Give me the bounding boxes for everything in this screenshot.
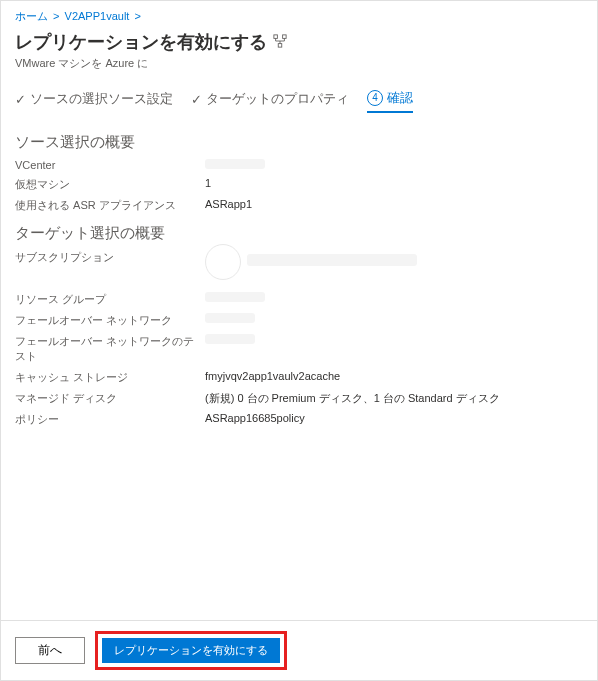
label-rg: リソース グループ xyxy=(15,292,205,307)
previous-button[interactable]: 前へ xyxy=(15,637,85,664)
breadcrumb: ホーム > V2APP1vault > xyxy=(1,1,597,28)
page-title-row: レプリケーションを有効にする xyxy=(1,28,597,56)
row-rg: リソース グループ xyxy=(1,289,597,310)
check-icon: ✓ xyxy=(15,92,26,107)
redacted-value xyxy=(205,334,255,344)
footer-bar: 前へ レプリケーションを有効にする xyxy=(1,620,597,680)
value-failover-net-test xyxy=(205,334,255,364)
value-appliance: ASRapp1 xyxy=(205,198,252,213)
value-subscription xyxy=(205,250,417,286)
value-managed-disk: (新規) 0 台の Premium ディスク、1 台の Standard ディス… xyxy=(205,391,500,406)
row-failover-net: フェールオーバー ネットワーク xyxy=(1,310,597,331)
label-failover-net: フェールオーバー ネットワーク xyxy=(15,313,205,328)
value-failover-net xyxy=(205,313,255,328)
network-icon xyxy=(273,34,287,51)
row-policy: ポリシー ASRapp16685policy xyxy=(1,409,597,430)
step-label: ソースの選択 xyxy=(30,90,108,108)
svg-rect-1 xyxy=(283,34,287,38)
source-summary-heading: ソース選択の概要 xyxy=(1,125,597,156)
step-target-props[interactable]: ✓ ターゲットのプロパティ xyxy=(191,89,349,113)
label-policy: ポリシー xyxy=(15,412,205,427)
row-managed-disk: マネージド ディスク (新規) 0 台の Premium ディスク、1 台の S… xyxy=(1,388,597,409)
row-failover-net-test: フェールオーバー ネットワークのテスト xyxy=(1,331,597,367)
step-number: 4 xyxy=(367,90,383,106)
step-source-settings[interactable]: ソース設定 xyxy=(108,89,173,113)
svg-rect-2 xyxy=(278,43,282,47)
label-managed-disk: マネージド ディスク xyxy=(15,391,205,406)
value-vcenter xyxy=(205,159,265,171)
wizard-steps: ✓ ソースの選択 ソース設定 ✓ ターゲットのプロパティ 4 確認 xyxy=(1,89,597,125)
value-vm: 1 xyxy=(205,177,211,192)
breadcrumb-vault[interactable]: V2APP1vault xyxy=(65,10,130,22)
redacted-value xyxy=(205,292,265,302)
value-policy: ASRapp16685policy xyxy=(205,412,305,427)
label-vcenter: VCenter xyxy=(15,159,205,171)
check-icon: ✓ xyxy=(191,92,202,107)
page-title: レプリケーションを有効にする xyxy=(15,30,267,54)
redacted-value xyxy=(247,254,417,266)
row-vcenter: VCenter xyxy=(1,156,597,174)
step-confirm[interactable]: 4 確認 xyxy=(367,89,413,113)
breadcrumb-sep: > xyxy=(134,10,140,22)
label-subscription: サブスクリプション xyxy=(15,250,205,286)
row-vm: 仮想マシン 1 xyxy=(1,174,597,195)
page-subtitle: VMware マシンを Azure に xyxy=(1,56,597,89)
step-label: 確認 xyxy=(387,89,413,107)
step-source-select[interactable]: ✓ ソースの選択 xyxy=(15,89,108,113)
enable-replication-button[interactable]: レプリケーションを有効にする xyxy=(102,638,280,663)
redacted-value xyxy=(205,313,255,323)
step-label: ソース設定 xyxy=(108,90,173,108)
label-vm: 仮想マシン xyxy=(15,177,205,192)
label-appliance: 使用される ASR アプライアンス xyxy=(15,198,205,213)
redacted-value xyxy=(205,159,265,169)
row-cache: キャッシュ ストレージ fmyjvqv2app1vaulv2acache xyxy=(1,367,597,388)
value-rg xyxy=(205,292,265,307)
redacted-stamp xyxy=(205,244,241,280)
step-label: ターゲットのプロパティ xyxy=(206,90,349,108)
value-cache: fmyjvqv2app1vaulv2acache xyxy=(205,370,340,385)
enable-highlight: レプリケーションを有効にする xyxy=(95,631,287,670)
svg-rect-0 xyxy=(274,34,278,38)
breadcrumb-sep: > xyxy=(53,10,59,22)
row-appliance: 使用される ASR アプライアンス ASRapp1 xyxy=(1,195,597,216)
target-summary-heading: ターゲット選択の概要 xyxy=(1,216,597,247)
label-failover-net-test: フェールオーバー ネットワークのテスト xyxy=(15,334,205,364)
breadcrumb-home[interactable]: ホーム xyxy=(15,10,48,22)
row-subscription: サブスクリプション xyxy=(1,247,597,289)
label-cache: キャッシュ ストレージ xyxy=(15,370,205,385)
